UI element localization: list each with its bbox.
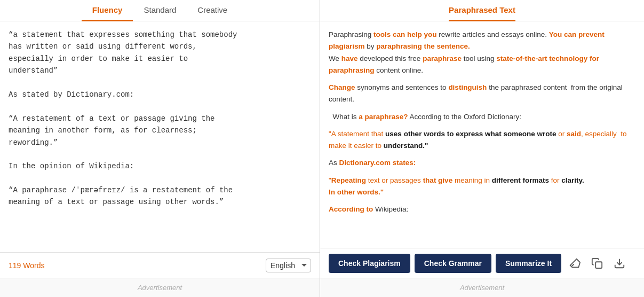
para-5: As Dictionary.com states:: [329, 157, 635, 169]
para-2: Change synonyms and sentences to disting…: [329, 82, 635, 106]
check-plagiarism-button[interactable]: Check Plagiarism: [329, 254, 410, 273]
right-panel: Paraphrasing tools can help you rewrite …: [320, 21, 644, 278]
left-ad: Advertisement: [0, 278, 320, 297]
left-panel: “a statement that expresses something th…: [0, 21, 320, 278]
paraphrased-content: Paraphrasing tools can help you rewrite …: [320, 21, 644, 248]
download-icon: [614, 257, 625, 269]
erase-icon: [569, 257, 581, 269]
summarize-button[interactable]: Summarize It: [496, 254, 561, 273]
para-6: "Repeating text or passages that give me…: [329, 175, 635, 199]
copy-button[interactable]: [588, 255, 606, 271]
tab-fluency[interactable]: Fluency: [82, 0, 133, 21]
language-select[interactable]: English Spanish French German: [266, 259, 311, 272]
para-4: "A statement that uses other words to ex…: [329, 128, 635, 152]
erase-button[interactable]: [566, 255, 584, 271]
paraphrased-title: Paraphrased Text: [449, 0, 515, 21]
panels: “a statement that expresses something th…: [0, 21, 644, 278]
right-header: Paraphrased Text: [320, 0, 644, 21]
input-text-area[interactable]: “a statement that expresses something th…: [0, 21, 320, 252]
para-7: According to Wikipedia:: [329, 204, 635, 215]
main-container: Fluency Standard Creative Paraphrased Te…: [0, 0, 644, 297]
svg-rect-0: [595, 262, 602, 268]
right-footer: Check Plagiarism Check Grammar Summarize…: [320, 248, 644, 278]
tab-standard[interactable]: Standard: [133, 0, 187, 21]
para-3: What is a paraphrase? According to the O…: [329, 111, 635, 123]
ad-row: Advertisement Advertisement: [0, 278, 644, 297]
word-count: 119 Words: [9, 261, 44, 270]
check-grammar-button[interactable]: Check Grammar: [415, 254, 491, 273]
right-ad: Advertisement: [320, 278, 644, 297]
left-footer: 119 Words English Spanish French German: [0, 252, 320, 278]
download-button[interactable]: [610, 255, 629, 271]
copy-icon: [591, 257, 603, 269]
tabs-container: Fluency Standard Creative: [0, 0, 320, 21]
para-1: Paraphrasing tools can help you rewrite …: [329, 29, 635, 76]
tab-creative[interactable]: Creative: [187, 0, 238, 21]
